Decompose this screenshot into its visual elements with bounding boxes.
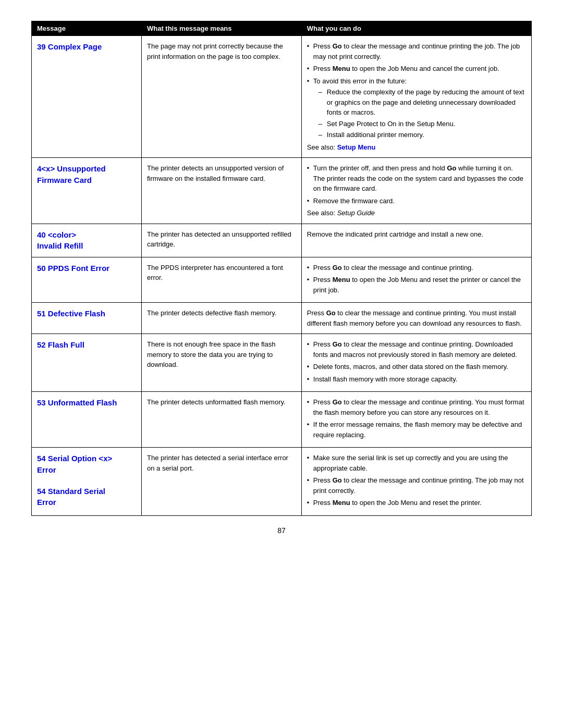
message-title-50: 50 PPDS Font Error — [37, 264, 109, 273]
meaning-50: The PPDS interpreter has encountered a f… — [147, 264, 283, 282]
action-item: Press Go to clear the message and contin… — [307, 475, 526, 496]
message-title-52: 52 Flash Full — [37, 340, 84, 349]
action-list-54: Make sure the serial link is set up corr… — [307, 453, 526, 508]
header-meaning: What this message means — [141, 21, 301, 36]
message-title-4x: 4<x> UnsupportedFirmware Card — [37, 164, 106, 184]
meaning-51: The printer detects defective flash memo… — [147, 309, 276, 317]
action-list-39: Press Go to clear the message and contin… — [307, 41, 526, 140]
sub-item: Reduce the complexity of the page by red… — [319, 87, 526, 118]
meaning-4x: The printer detects an unsupported versi… — [147, 164, 284, 182]
table-row: 4<x> UnsupportedFirmware Card The printe… — [32, 158, 532, 224]
action-item: If the error message remains, the flash … — [307, 419, 526, 440]
meaning-54: The printer has detected a serial interf… — [147, 454, 288, 472]
action-item: Press Go to clear the message and contin… — [307, 339, 526, 360]
sub-item: Set Page Protect to On in the Setup Menu… — [319, 119, 526, 129]
action-plain-40: Remove the indicated print cartridge and… — [307, 230, 483, 238]
setup-menu-link: Setup Menu — [337, 143, 376, 151]
sub-list-39: Reduce the complexity of the page by red… — [319, 87, 526, 140]
table-row: 53 Unformatted Flash The printer detects… — [32, 392, 532, 448]
setup-guide-link: Setup Guide — [337, 209, 375, 217]
action-item: Install flash memory with more storage c… — [307, 374, 526, 385]
table-row: 50 PPDS Font Error The PPDS interpreter … — [32, 257, 532, 303]
table-row: 39 Complex Page The page may not print c… — [32, 36, 532, 158]
action-list-50: Press Go to clear the message and contin… — [307, 263, 526, 295]
action-footer-39: See also: Setup Menu — [307, 142, 526, 153]
meaning-39: The page may not print correctly because… — [147, 42, 283, 60]
action-item: Press Go to clear the message and contin… — [307, 263, 526, 273]
table-row: 54 Serial Option <x>Error 54 Standard Se… — [32, 448, 532, 516]
message-title-39: 39 Complex Page — [37, 42, 102, 51]
table-row: 51 Defective Flash The printer detects d… — [32, 303, 532, 334]
meaning-53: The printer detects unformatted flash me… — [147, 398, 286, 406]
action-plain-51: Press Go to clear the message and contin… — [307, 309, 522, 327]
action-list-53: Press Go to clear the message and contin… — [307, 397, 526, 440]
action-footer-4x: See also: Setup Guide — [307, 208, 526, 218]
table-row: 52 Flash Full There is not enough free s… — [32, 334, 532, 392]
main-table: Message What this message means What you… — [31, 21, 532, 516]
page-number: 87 — [277, 526, 286, 535]
message-title-54-standard: 54 Standard SerialError — [37, 487, 105, 507]
action-item: Remove the firmware card. — [307, 196, 526, 206]
action-item: Turn the printer off, and then press and… — [307, 163, 526, 194]
action-item: Delete fonts, macros, and other data sto… — [307, 362, 526, 372]
message-title-54-serial: 54 Serial Option <x>Error — [37, 454, 112, 474]
header-action: What you can do — [301, 21, 531, 36]
table-row: 40 <color>Invalid Refill The printer has… — [32, 224, 532, 257]
sub-item: Install additional printer memory. — [319, 130, 526, 140]
meaning-40: The printer has detected an unsupported … — [147, 230, 291, 249]
message-title-51: 51 Defective Flash — [37, 309, 105, 318]
action-item: Press Menu to open the Job Menu and canc… — [307, 64, 526, 74]
action-item: Press Go to clear the message and contin… — [307, 397, 526, 417]
action-list-52: Press Go to clear the message and contin… — [307, 339, 526, 384]
message-title-40: 40 <color>Invalid Refill — [37, 230, 83, 251]
message-title-53: 53 Unformatted Flash — [37, 398, 117, 407]
action-item: Press Menu to open the Job Menu and rese… — [307, 498, 526, 508]
action-item: To avoid this error in the future: Reduc… — [307, 76, 526, 140]
action-item: Make sure the serial link is set up corr… — [307, 453, 526, 473]
meaning-52: There is not enough free space in the fl… — [147, 340, 275, 368]
header-message: Message — [32, 21, 142, 36]
action-list-4x: Turn the printer off, and then press and… — [307, 163, 526, 206]
action-item: Press Go to clear the message and contin… — [307, 41, 526, 61]
action-item: Press Menu to open the Job Menu and rese… — [307, 275, 526, 295]
